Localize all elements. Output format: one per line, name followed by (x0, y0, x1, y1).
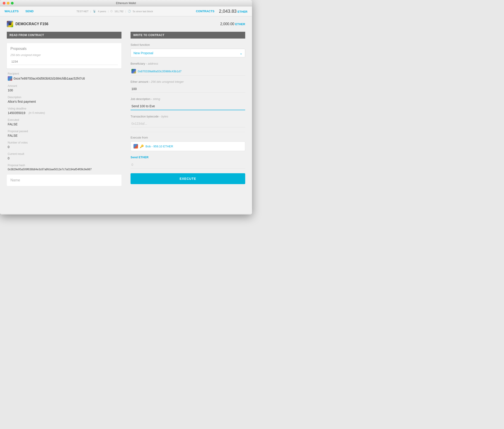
num-votes-row: Number of votes 0 (8, 141, 121, 149)
num-votes-label: Number of votes (8, 141, 121, 144)
content-area: 🏛 DEMOCRACY F156 2,000.00 ETHER READ FRO… (0, 16, 252, 214)
right-column: WRITE TO CONTRACT Select function New Pr… (130, 32, 245, 186)
proposals-subtitle: 256 bits unsigned integer (10, 54, 118, 57)
transaction-bytecode-input[interactable] (131, 122, 244, 125)
send-ether-label: Send ETHER (130, 156, 245, 159)
send-value-row (130, 161, 245, 169)
key-icon: 🔑 (140, 144, 144, 148)
executed-label: Executed (8, 118, 121, 122)
transaction-bytecode-group: Transaction bytecode - bytes (130, 115, 245, 127)
window-title: Ethereum Wallet (116, 2, 136, 5)
write-section-header: WRITE TO CONTRACT (130, 32, 245, 38)
block-icon: ⬡ (110, 10, 113, 13)
amount-row: Amount 100 (8, 84, 121, 92)
recipient-row: Recipient 0xce7e89700ac40d563b92d1684cfd… (8, 72, 121, 81)
num-votes-value: 0 (8, 145, 121, 149)
contracts-nav[interactable]: CONTRACTS (196, 9, 214, 13)
voting-deadline-note: (in 5 minutes) (29, 111, 45, 115)
description-value: Alice's first payment (8, 100, 121, 103)
proposal-hash-value: 0x3829e95a509f638b84e3c87a8fcbae5012e7c7… (8, 168, 121, 171)
send-nav[interactable]: SEND (25, 9, 34, 13)
beneficiary-field-row: 0x870339a66a53c35988c43b1d7 (130, 67, 245, 75)
proposal-details: Recipient 0xce7e89700ac40d563b92d1684cfd… (7, 72, 122, 171)
voting-deadline-value: 1450355019 (in 5 minutes) (8, 111, 121, 115)
minimize-button[interactable] (7, 2, 9, 5)
name-card: Name (7, 175, 122, 186)
transaction-bytecode-label: Transaction bytecode - bytes (130, 115, 245, 118)
nav-left: WALLETS SEND (5, 9, 34, 13)
recipient-address: 0xce7e89700ac40d563b92d1684cfdb1aac52f47… (14, 77, 85, 80)
contract-header: 🏛 DEMOCRACY F156 2,000.00 ETHER (7, 21, 245, 27)
name-card-title: Name (10, 178, 118, 182)
current-result-label: Current result (8, 152, 121, 156)
ether-amount-label: Ether amount - 256 bits unsigned integer (130, 80, 245, 83)
amount-value: 100 (8, 89, 121, 92)
proposal-passed-row: Proposal passed FALSE (8, 130, 121, 137)
execute-from-icon (133, 144, 138, 149)
execute-from-label: Execute from (130, 136, 245, 139)
wallets-nav[interactable]: WALLETS (5, 9, 18, 13)
transaction-bytecode-field-row (130, 120, 245, 127)
two-col-layout: READ FROM CONTRACT Proposals 256 bits un… (7, 32, 245, 186)
proposal-hash-row: Proposal hash 0x3829e95a509f638b84e3c87a… (8, 164, 121, 171)
separator (130, 132, 245, 132)
peers-label: 4 peers (98, 10, 106, 13)
contract-icon: 🏛 (7, 21, 13, 27)
beneficiary-label: Beneficiary - address (130, 62, 245, 65)
amount-label: Amount (8, 84, 121, 88)
proposals-card: Proposals 256 bits unsigned integer (7, 43, 122, 69)
function-select[interactable]: New Proposal (130, 49, 245, 57)
select-function-label: Select function (130, 43, 245, 46)
recipient-value: 0xce7e89700ac40d563b92d1684cfdb1aac52f47… (8, 76, 121, 81)
description-row: Description Alice's first payment (8, 96, 121, 103)
execute-from-name: Bob - 959.10 ETHER (146, 145, 173, 148)
job-description-group: Job description - string (130, 97, 245, 110)
description-label: Description (8, 96, 121, 99)
balance-unit: ETHER (237, 10, 247, 13)
job-description-input[interactable] (131, 104, 244, 108)
wifi-icon: 📡 (93, 10, 96, 13)
executed-value: FALSE (8, 122, 121, 126)
contract-balance-unit: ETHER (235, 22, 245, 26)
nav-right: CONTRACTS 2,043.83 ETHER (196, 9, 247, 14)
left-column: READ FROM CONTRACT Proposals 256 bits un… (7, 32, 122, 186)
block-label: 161,782 (114, 10, 123, 13)
ether-amount-field-row (130, 85, 245, 93)
beneficiary-group: Beneficiary - address 0x870339a66a53c359… (130, 62, 245, 75)
voting-deadline-row: Voting deadline 1450355019 (in 5 minutes… (8, 107, 121, 115)
execute-from-group: Execute from 🔑 Bob - 959.10 ETHER (130, 136, 245, 151)
ether-amount-input[interactable] (131, 87, 244, 91)
contract-balance: 2,000.00 ETHER (220, 22, 245, 26)
current-result-value: 0 (8, 156, 121, 160)
execute-from-row[interactable]: 🔑 Bob - 959.10 ETHER (130, 142, 245, 151)
current-result-row: Current result 0 (8, 152, 121, 160)
read-section-header: READ FROM CONTRACT (7, 32, 122, 38)
contract-name: 🏛 DEMOCRACY F156 (7, 21, 49, 27)
send-ether-group: Send ETHER (130, 156, 245, 169)
proposals-title: Proposals (10, 47, 118, 51)
clock-icon: 🕐 (128, 10, 131, 13)
beneficiary-address: 0x870339a66a53c35988c43b1d7 (138, 70, 182, 73)
voting-deadline-label: Voting deadline (8, 107, 121, 110)
executed-row: Executed FALSE (8, 118, 121, 126)
maximize-button[interactable] (11, 2, 14, 5)
send-ether-input[interactable] (131, 163, 244, 166)
contract-balance-number: 2,000.00 (220, 22, 234, 26)
contract-name-text: DEMOCRACY F156 (15, 22, 49, 26)
recipient-label: Recipient (8, 72, 121, 75)
balance-number: 2,043.83 (219, 9, 237, 14)
proposal-hash-label: Proposal hash (8, 164, 121, 167)
proposals-input[interactable] (10, 59, 118, 65)
balance-area: 2,043.83 ETHER (219, 9, 247, 14)
proposal-passed-label: Proposal passed (8, 130, 121, 133)
ether-amount-group: Ether amount - 256 bits unsigned integer (130, 80, 245, 93)
select-wrapper: New Proposal ⌄ (130, 49, 245, 57)
recipient-icon (8, 76, 12, 81)
title-bar: Ethereum Wallet (0, 0, 252, 6)
select-function-group: Select function New Proposal ⌄ (130, 43, 245, 57)
window-controls[interactable] (3, 2, 14, 5)
last-block-label: 5s since last block (133, 10, 153, 13)
close-button[interactable] (3, 2, 5, 5)
execute-button[interactable]: EXECUTE (130, 173, 245, 184)
beneficiary-address-icon (131, 69, 136, 73)
